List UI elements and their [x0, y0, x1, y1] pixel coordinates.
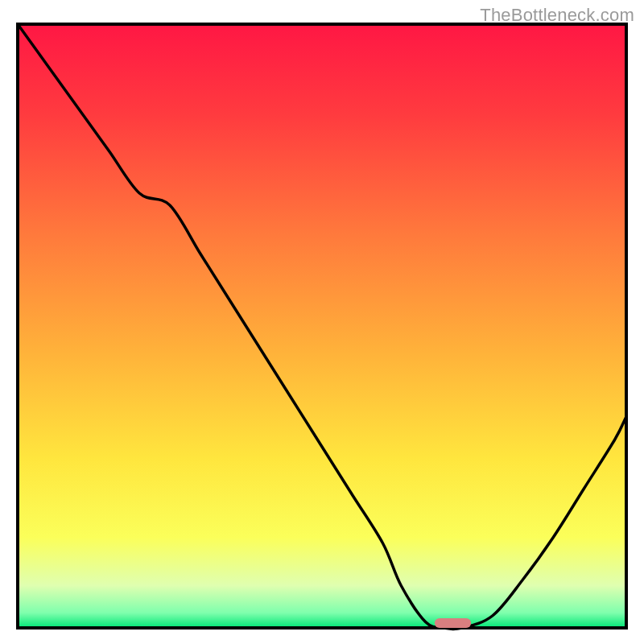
chart-container: TheBottleneck.com — [0, 0, 644, 644]
plot-background — [18, 24, 626, 628]
bottleneck-chart — [0, 0, 644, 644]
watermark-text: TheBottleneck.com — [480, 5, 634, 26]
optimal-point-marker — [435, 618, 471, 628]
